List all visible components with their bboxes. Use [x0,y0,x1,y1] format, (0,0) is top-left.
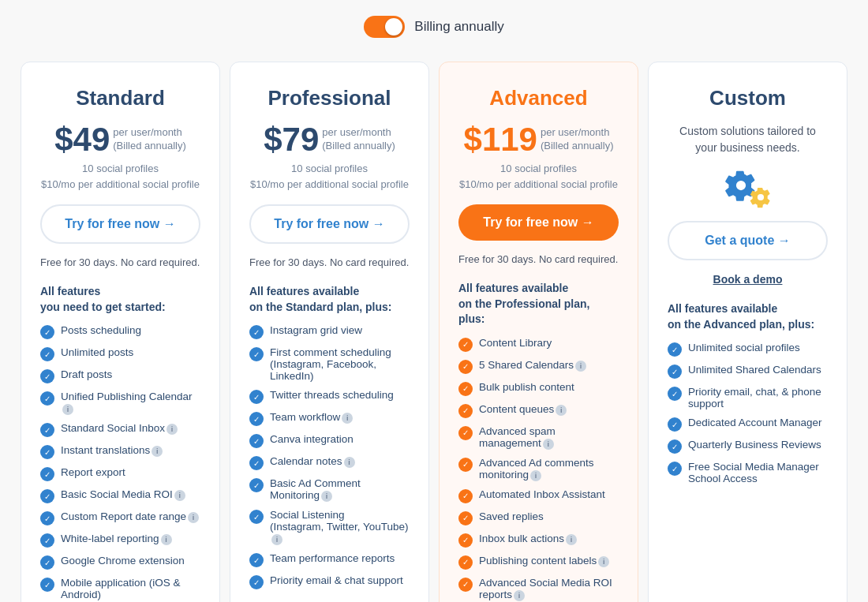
book-demo-link[interactable]: Book a demo [668,273,828,286]
feature-item: ✓ Unlimited social profiles [668,342,828,357]
price-sub-advanced: per user/month(Billed annually) [541,126,614,153]
feature-item: ✓ Team workflowi [249,411,410,426]
check-icon: ✓ [249,390,264,404]
info-icon[interactable]: i [566,534,577,545]
cta-button-professional[interactable]: Try for free now → [249,204,410,244]
price-amount-advanced: $119 [464,123,537,156]
price-row-advanced: $119 per user/month(Billed annually) [458,123,619,156]
info-icon[interactable]: i [575,361,586,372]
info-icon[interactable]: i [152,446,163,457]
custom-description: Custom solutions tailored to your busine… [668,123,828,156]
info-icon[interactable]: i [62,404,73,415]
free-trial-note-advanced: Free for 30 days. No card required. [458,253,619,265]
feature-item: ✓ Posts scheduling [40,324,200,339]
social-profiles-advanced: 10 social profiles$10/mo per additional … [458,161,619,192]
feature-text: Instagram grid view [270,324,362,336]
check-icon: ✓ [40,369,54,383]
check-icon: ✓ [40,555,54,570]
feature-item: ✓ Priority email, chat, & phone support [668,386,828,409]
info-icon[interactable]: i [514,590,525,601]
info-icon[interactable]: i [556,405,567,416]
feature-text: Inbox bulk actionsi [479,533,577,545]
feature-item: ✓ Unlimited Shared Calendars [668,364,828,379]
info-icon[interactable]: i [530,470,541,481]
features-title-custom: All features availableon the Advanced pl… [668,301,828,332]
check-icon: ✓ [40,489,54,503]
feature-text: Canva integration [270,433,354,445]
check-icon: ✓ [249,412,264,426]
info-icon[interactable]: i [161,534,172,545]
feature-text: Unlimited social profiles [688,342,800,353]
feature-text: Saved replies [479,510,544,522]
info-icon[interactable]: i [342,413,353,424]
info-icon[interactable]: i [344,457,355,468]
feature-text: Quarterly Business Reviews [688,439,821,451]
cta-button-advanced[interactable]: Try for free now → [458,204,619,241]
check-icon: ✓ [458,511,473,525]
feature-text: White-label reportingi [61,533,172,545]
info-icon[interactable]: i [543,439,554,450]
feature-item: ✓ Advanced spam managementi [458,425,619,450]
check-icon: ✓ [668,342,682,357]
price-row-standard: $49 per user/month(Billed annually) [40,123,200,156]
feature-text: Posts scheduling [61,324,141,336]
feature-text: Google Chrome extension [61,555,185,566]
check-icon: ✓ [668,387,682,401]
check-icon: ✓ [458,338,473,352]
check-icon: ✓ [249,434,264,448]
plan-name-custom: Custom [668,86,828,110]
check-icon: ✓ [40,467,54,481]
feature-item: ✓ Instagram grid view [249,324,410,339]
feature-text: Advanced Social Media ROI reportsi [479,577,619,601]
feature-item: ✓ Calendar notesi [249,455,410,470]
feature-item: ✓ First comment scheduling(Instagram, Fa… [249,346,410,382]
check-icon: ✓ [458,382,473,396]
feature-text: Calendar notesi [270,455,355,468]
check-icon: ✓ [668,417,682,432]
price-row-professional: $79 per user/month(Billed annually) [249,123,410,156]
feature-item: ✓ Priority email & chat support [249,574,410,589]
info-icon[interactable]: i [166,424,178,435]
info-icon[interactable]: i [271,534,282,545]
price-sub-standard: per user/month(Billed annually) [113,126,186,153]
info-icon[interactable]: i [321,491,332,502]
cta-button-standard[interactable]: Try for free now → [40,204,200,244]
plan-card-advanced: Advanced $119 per user/month(Billed annu… [439,62,638,602]
feature-text: Publishing content labelsi [479,555,609,567]
check-icon: ✓ [40,423,54,437]
feature-item: ✓ Publishing content labelsi [458,555,619,570]
feature-text: Automated Inbox Assistant [479,488,605,500]
gear-icons [668,169,828,208]
info-icon[interactable]: i [188,512,199,523]
social-profiles-professional: 10 social profiles$10/mo per additional … [249,161,410,192]
feature-item: ✓ Quarterly Business Reviews [668,439,828,454]
check-icon: ✓ [668,439,682,454]
billing-annually-label: Billing annually [414,19,503,35]
plan-card-standard: Standard $49 per user/month(Billed annua… [21,62,220,602]
get-quote-button[interactable]: Get a quote → [668,221,828,260]
check-icon: ✓ [458,426,473,440]
social-profiles-standard: 10 social profiles$10/mo per additional … [40,161,200,192]
info-icon[interactable]: i [174,490,185,501]
feature-text: Free Social Media Manager School Access [688,461,828,484]
billing-annually-toggle[interactable] [364,16,405,38]
price-sub-professional: per user/month(Billed annually) [322,126,395,153]
check-icon: ✓ [458,578,473,592]
feature-item: ✓ Dedicated Account Manager [668,417,828,432]
feature-item: ✓ Unified Publishing Calendari [40,391,200,415]
price-amount-standard: $49 [54,123,110,156]
check-icon: ✓ [668,365,682,379]
feature-item: ✓ Automated Inbox Assistant [458,488,619,503]
feature-text: Basic Ad Comment Monitoringi [270,477,410,502]
check-icon: ✓ [249,325,264,339]
feature-text: Social Listening(Instagram, Twitter, You… [270,509,410,545]
feature-text: Team workflowi [270,411,353,424]
feature-item: ✓ Bulk publish content [458,381,619,396]
feature-text: Advanced spam managementi [479,425,619,450]
feature-item: ✓ Social Listening(Instagram, Twitter, Y… [249,509,410,545]
info-icon[interactable]: i [598,556,609,567]
feature-item: ✓ Unlimited posts [40,346,200,361]
feature-text: Content Library [479,337,552,349]
feature-text: Bulk publish content [479,381,574,393]
feature-item: ✓ Google Chrome extension [40,555,200,570]
